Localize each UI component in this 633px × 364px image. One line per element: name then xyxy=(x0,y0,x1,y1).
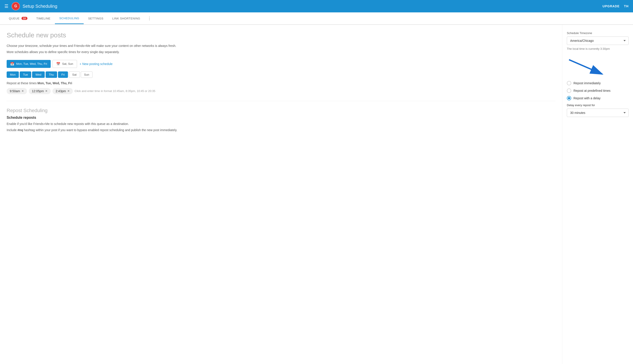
arrow-container xyxy=(567,58,628,78)
remove-time-2[interactable]: ✕ xyxy=(67,89,70,93)
timezone-label: Schedule Timezone xyxy=(567,32,628,35)
repost-radio-group: Repost immediately Repost at predefined … xyxy=(567,81,628,100)
repost-days-text: Repost at these times Mon, Tue, Wed, Thu… xyxy=(7,82,555,85)
delay-select[interactable]: 5 minutes 10 minutes 15 minutes 30 minut… xyxy=(567,108,628,117)
main-layout: Schedule new posts Choose your timezone,… xyxy=(0,25,633,364)
schedule-tabs-row: 📅 Mon, Tue, Wed, Thu, Fri 📅 Sat, Sun + N… xyxy=(7,60,555,68)
time-tag-1[interactable]: 12:05pm ✕ xyxy=(29,88,51,94)
radio-immediately[interactable]: Repost immediately xyxy=(567,81,628,85)
schedule-reposts-desc1: Enable if you'd like Friends+Me to sched… xyxy=(7,122,555,126)
menu-icon[interactable]: ☰ xyxy=(5,4,9,9)
radio-inner-delay xyxy=(568,97,570,99)
day-selector: Mon Tue Wed Thu Fri Sat Sun xyxy=(7,72,555,78)
calendar-icon: 📅 xyxy=(10,62,15,66)
schedule-weekend-button[interactable]: 📅 Sat, Sun xyxy=(53,60,77,68)
local-time-text: The local time is currently 3:30pm xyxy=(567,47,628,50)
schedule-reposts-section: Schedule reposts Enable if you'd like Fr… xyxy=(7,116,555,133)
schedule-reposts-subtitle: Schedule reposts xyxy=(7,116,555,120)
svg-line-1 xyxy=(569,60,602,74)
schedule-reposts-desc2: Include #nq hashtag within your post if … xyxy=(7,128,555,132)
calendar-icon-2: 📅 xyxy=(56,62,61,66)
schedule-weekdays-button[interactable]: 📅 Mon, Tue, Wed, Thu, Fri xyxy=(7,60,51,68)
repost-scheduling-title: Repost Scheduling xyxy=(7,108,555,114)
radio-circle-delay xyxy=(567,96,571,100)
tab-scheduling[interactable]: SCHEDULING xyxy=(55,13,84,24)
section-title-schedule: Schedule new posts xyxy=(7,32,555,39)
timezone-select[interactable]: America/Chicago xyxy=(567,36,628,45)
day-button-wed[interactable]: Wed xyxy=(32,72,45,78)
app-header: ☰ G Setup Scheduling UPGRADE TH xyxy=(0,0,633,12)
day-button-sat[interactable]: Sat xyxy=(69,72,80,78)
radio-label-delay: Repost with a delay xyxy=(573,96,600,100)
radio-label-predefined: Repost at predefined times xyxy=(573,89,610,92)
tab-timeline[interactable]: TIMELINE xyxy=(32,13,55,24)
time-tags-row: 9:50am ✕ 12:05pm ✕ 2:43pm ✕ Click and en… xyxy=(7,88,555,94)
arrow-icon xyxy=(567,58,611,78)
sidebar: Schedule Timezone America/Chicago The lo… xyxy=(562,25,633,364)
content-area: Schedule new posts Choose your timezone,… xyxy=(0,25,562,364)
radio-predefined[interactable]: Repost at predefined times xyxy=(567,88,628,93)
upgrade-button[interactable]: UPGRADE xyxy=(602,4,619,8)
day-button-mon[interactable]: Mon xyxy=(7,72,19,78)
day-button-fri[interactable]: Fri xyxy=(58,72,68,78)
day-button-tue[interactable]: Tue xyxy=(20,72,31,78)
tab-link-shortening[interactable]: LINK SHORTENING xyxy=(108,13,145,24)
radio-label-immediately: Repost immediately xyxy=(573,82,601,85)
description-2: More schedules allows you to define spec… xyxy=(7,50,555,54)
remove-time-0[interactable]: ✕ xyxy=(22,89,24,93)
day-button-thu[interactable]: Thu xyxy=(46,72,57,78)
new-posting-schedule-button[interactable]: + New posting schedule xyxy=(79,60,114,68)
queue-badge: 10 xyxy=(22,17,28,20)
more-options-icon[interactable]: ⋮ xyxy=(145,12,154,24)
tab-settings[interactable]: SETTINGS xyxy=(84,13,108,24)
user-badge: TH xyxy=(624,4,628,8)
avatar: G xyxy=(12,2,20,10)
time-tag-2[interactable]: 2:43pm ✕ xyxy=(53,88,73,94)
page-title: Setup Scheduling xyxy=(23,4,602,9)
tab-bar: QUEUE 10 TIMELINE SCHEDULING SETTINGS LI… xyxy=(0,12,633,25)
remove-time-1[interactable]: ✕ xyxy=(45,89,48,93)
radio-delay[interactable]: Repost with a delay xyxy=(567,96,628,100)
day-button-sun[interactable]: Sun xyxy=(81,72,93,78)
section-divider xyxy=(7,101,555,101)
tab-queue[interactable]: QUEUE 10 xyxy=(5,13,32,24)
delay-label: Delay every repost for xyxy=(567,104,628,107)
radio-circle-predefined xyxy=(567,88,571,93)
description-1: Choose your timezone, schedule your time… xyxy=(7,43,555,48)
time-tag-0[interactable]: 9:50am ✕ xyxy=(7,88,27,94)
radio-circle-immediately xyxy=(567,81,571,85)
time-hint: Click and enter time in format 10:45am, … xyxy=(75,89,155,93)
